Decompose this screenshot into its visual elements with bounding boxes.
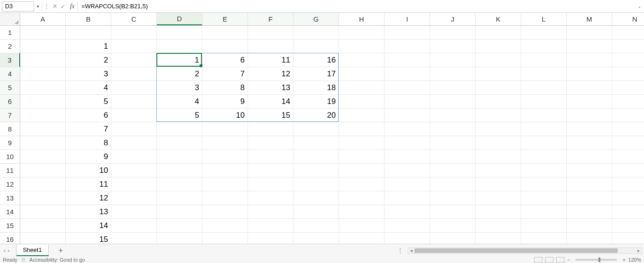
row-header-10[interactable]: 10 [0, 150, 20, 164]
cell-L6[interactable] [521, 95, 567, 109]
cell-M6[interactable] [567, 95, 612, 109]
select-all-corner[interactable] [0, 13, 20, 25]
cell-G12[interactable] [293, 177, 339, 191]
cell-E16[interactable] [202, 233, 248, 244]
cell-H8[interactable] [339, 122, 385, 136]
column-header-G[interactable]: G [293, 13, 339, 25]
cell-D2[interactable] [157, 40, 202, 53]
cell-I10[interactable] [385, 150, 430, 164]
cell-E15[interactable] [202, 219, 248, 233]
column-header-E[interactable]: E [202, 13, 248, 25]
cell-L1[interactable] [521, 26, 567, 40]
cell-N15[interactable] [612, 219, 644, 233]
cell-H13[interactable] [339, 191, 385, 205]
cell-B9[interactable]: 8 [66, 136, 111, 150]
row-header-1[interactable]: 1 [0, 26, 20, 40]
cell-D9[interactable] [157, 136, 202, 150]
cell-K4[interactable] [476, 67, 521, 81]
cell-K8[interactable] [476, 122, 521, 136]
cell-E5[interactable]: 8 [202, 81, 248, 95]
cell-C15[interactable] [111, 219, 157, 233]
column-header-C[interactable]: C [111, 13, 157, 25]
cell-F16[interactable] [248, 233, 293, 244]
cell-G11[interactable] [293, 164, 339, 177]
cell-J12[interactable] [430, 177, 476, 191]
cell-G3[interactable]: 16 [293, 53, 339, 67]
view-normal-icon[interactable] [534, 257, 542, 263]
cell-G16[interactable] [293, 233, 339, 244]
column-header-F[interactable]: F [248, 13, 293, 25]
cell-M13[interactable] [567, 191, 612, 205]
cell-M11[interactable] [567, 164, 612, 177]
cell-N13[interactable] [612, 191, 644, 205]
cell-E11[interactable] [202, 164, 248, 177]
cell-E10[interactable] [202, 150, 248, 164]
cell-F3[interactable]: 11 [248, 53, 293, 67]
cell-A13[interactable] [20, 191, 66, 205]
cell-D13[interactable] [157, 191, 202, 205]
scroll-left-icon[interactable]: ◂ [408, 248, 414, 253]
cell-C9[interactable] [111, 136, 157, 150]
cell-H16[interactable] [339, 233, 385, 244]
cell-M8[interactable] [567, 122, 612, 136]
sheet-nav-next-icon[interactable]: › [7, 247, 9, 254]
cell-A9[interactable] [20, 136, 66, 150]
cell-K7[interactable] [476, 109, 521, 122]
cell-L5[interactable] [521, 81, 567, 95]
cell-G4[interactable]: 17 [293, 67, 339, 81]
column-header-D[interactable]: D [157, 13, 202, 25]
cell-M2[interactable] [567, 40, 612, 53]
cell-B11[interactable]: 10 [66, 164, 111, 177]
sheet-tab-active[interactable]: Sheet1 [16, 245, 49, 256]
cell-L7[interactable] [521, 109, 567, 122]
cell-J11[interactable] [430, 164, 476, 177]
cell-I8[interactable] [385, 122, 430, 136]
cell-A15[interactable] [20, 219, 66, 233]
cell-C2[interactable] [111, 40, 157, 53]
column-header-N[interactable]: N [612, 13, 644, 25]
cell-J16[interactable] [430, 233, 476, 244]
cell-G8[interactable] [293, 122, 339, 136]
cell-E8[interactable] [202, 122, 248, 136]
cell-B16[interactable]: 15 [66, 233, 111, 244]
cell-H7[interactable] [339, 109, 385, 122]
row-header-15[interactable]: 15 [0, 219, 20, 233]
cell-I6[interactable] [385, 95, 430, 109]
cell-N3[interactable] [612, 53, 644, 67]
cell-G5[interactable]: 18 [293, 81, 339, 95]
cell-C10[interactable] [111, 150, 157, 164]
cell-G10[interactable] [293, 150, 339, 164]
cell-C6[interactable] [111, 95, 157, 109]
cell-C3[interactable] [111, 53, 157, 67]
cell-E9[interactable] [202, 136, 248, 150]
cell-I11[interactable] [385, 164, 430, 177]
cell-F8[interactable] [248, 122, 293, 136]
column-header-L[interactable]: L [521, 13, 567, 25]
cell-N1[interactable] [612, 26, 644, 40]
cell-M9[interactable] [567, 136, 612, 150]
cell-N4[interactable] [612, 67, 644, 81]
horizontal-scrollbar-track[interactable] [414, 248, 635, 253]
cell-D15[interactable] [157, 219, 202, 233]
confirm-icon[interactable]: ✓ [59, 3, 67, 10]
cell-K11[interactable] [476, 164, 521, 177]
cell-G15[interactable] [293, 219, 339, 233]
cell-J14[interactable] [430, 205, 476, 219]
cell-H3[interactable] [339, 53, 385, 67]
cell-M1[interactable] [567, 26, 612, 40]
cell-K12[interactable] [476, 177, 521, 191]
cell-N16[interactable] [612, 233, 644, 244]
cell-L3[interactable] [521, 53, 567, 67]
cell-K6[interactable] [476, 95, 521, 109]
cell-A5[interactable] [20, 81, 66, 95]
cell-F10[interactable] [248, 150, 293, 164]
zoom-slider[interactable] [575, 259, 617, 261]
formula-bar-options-icon[interactable]: ⋮ [42, 3, 51, 10]
cell-C14[interactable] [111, 205, 157, 219]
zoom-in-icon[interactable]: + [622, 257, 625, 263]
cell-D12[interactable] [157, 177, 202, 191]
cell-M14[interactable] [567, 205, 612, 219]
cell-F11[interactable] [248, 164, 293, 177]
cell-E13[interactable] [202, 191, 248, 205]
cell-K5[interactable] [476, 81, 521, 95]
